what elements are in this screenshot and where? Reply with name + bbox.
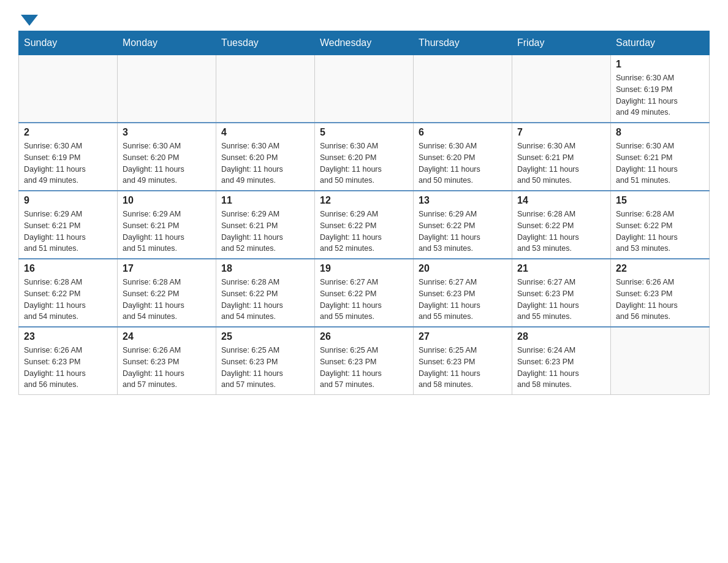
calendar-cell: 14Sunrise: 6:28 AM Sunset: 6:22 PM Dayli… <box>512 191 611 259</box>
calendar-cell <box>118 55 216 123</box>
day-number: 13 <box>419 195 507 206</box>
day-info: Sunrise: 6:30 AM Sunset: 6:20 PM Dayligh… <box>221 140 309 186</box>
calendar-cell: 19Sunrise: 6:27 AM Sunset: 6:22 PM Dayli… <box>315 259 414 327</box>
calendar-cell <box>315 55 414 123</box>
day-info: Sunrise: 6:28 AM Sunset: 6:22 PM Dayligh… <box>24 277 112 323</box>
day-header-friday: Friday <box>512 31 611 55</box>
calendar-cell: 18Sunrise: 6:28 AM Sunset: 6:22 PM Dayli… <box>216 259 315 327</box>
day-info: Sunrise: 6:29 AM Sunset: 6:21 PM Dayligh… <box>123 209 211 255</box>
day-number: 28 <box>517 331 605 342</box>
logo-arrow-icon <box>21 15 38 26</box>
day-info: Sunrise: 6:27 AM Sunset: 6:23 PM Dayligh… <box>517 277 605 323</box>
calendar-cell: 1Sunrise: 6:30 AM Sunset: 6:19 PM Daylig… <box>611 55 710 123</box>
day-number: 2 <box>24 127 112 138</box>
calendar-cell: 2Sunrise: 6:30 AM Sunset: 6:19 PM Daylig… <box>19 123 118 191</box>
calendar-cell: 10Sunrise: 6:29 AM Sunset: 6:21 PM Dayli… <box>118 191 216 259</box>
calendar-cell <box>19 55 118 123</box>
day-header-tuesday: Tuesday <box>216 31 315 55</box>
day-number: 14 <box>517 195 605 206</box>
day-number: 10 <box>123 195 211 206</box>
day-number: 9 <box>24 195 112 206</box>
calendar-cell: 20Sunrise: 6:27 AM Sunset: 6:23 PM Dayli… <box>414 259 512 327</box>
day-info: Sunrise: 6:27 AM Sunset: 6:22 PM Dayligh… <box>320 277 408 323</box>
day-number: 19 <box>320 263 408 274</box>
day-info: Sunrise: 6:30 AM Sunset: 6:20 PM Dayligh… <box>320 140 408 186</box>
day-number: 17 <box>123 263 211 274</box>
calendar-table: SundayMondayTuesdayWednesdayThursdayFrid… <box>18 31 710 395</box>
day-info: Sunrise: 6:27 AM Sunset: 6:23 PM Dayligh… <box>419 277 507 323</box>
day-number: 12 <box>320 195 408 206</box>
day-number: 25 <box>221 331 309 342</box>
calendar-week-row: 9Sunrise: 6:29 AM Sunset: 6:21 PM Daylig… <box>19 191 710 259</box>
calendar-cell: 23Sunrise: 6:26 AM Sunset: 6:23 PM Dayli… <box>19 327 118 395</box>
day-number: 27 <box>419 331 507 342</box>
calendar-week-row: 16Sunrise: 6:28 AM Sunset: 6:22 PM Dayli… <box>19 259 710 327</box>
day-number: 26 <box>320 331 408 342</box>
calendar-cell: 22Sunrise: 6:26 AM Sunset: 6:23 PM Dayli… <box>611 259 710 327</box>
calendar-cell: 27Sunrise: 6:25 AM Sunset: 6:23 PM Dayli… <box>414 327 512 395</box>
calendar-cell: 13Sunrise: 6:29 AM Sunset: 6:22 PM Dayli… <box>414 191 512 259</box>
day-number: 24 <box>123 331 211 342</box>
day-number: 7 <box>517 127 605 138</box>
calendar-cell: 16Sunrise: 6:28 AM Sunset: 6:22 PM Dayli… <box>19 259 118 327</box>
day-info: Sunrise: 6:26 AM Sunset: 6:23 PM Dayligh… <box>123 345 211 391</box>
day-info: Sunrise: 6:30 AM Sunset: 6:19 PM Dayligh… <box>616 72 704 118</box>
day-info: Sunrise: 6:25 AM Sunset: 6:23 PM Dayligh… <box>221 345 309 391</box>
day-number: 23 <box>24 331 112 342</box>
day-info: Sunrise: 6:30 AM Sunset: 6:21 PM Dayligh… <box>616 140 704 186</box>
day-number: 4 <box>221 127 309 138</box>
calendar-cell: 12Sunrise: 6:29 AM Sunset: 6:22 PM Dayli… <box>315 191 414 259</box>
calendar-cell <box>216 55 315 123</box>
day-header-sunday: Sunday <box>19 31 118 55</box>
calendar-week-row: 23Sunrise: 6:26 AM Sunset: 6:23 PM Dayli… <box>19 327 710 395</box>
day-info: Sunrise: 6:30 AM Sunset: 6:19 PM Dayligh… <box>24 140 112 186</box>
day-number: 21 <box>517 263 605 274</box>
page-header <box>18 12 710 25</box>
calendar-cell: 26Sunrise: 6:25 AM Sunset: 6:23 PM Dayli… <box>315 327 414 395</box>
calendar-cell: 4Sunrise: 6:30 AM Sunset: 6:20 PM Daylig… <box>216 123 315 191</box>
calendar-cell: 28Sunrise: 6:24 AM Sunset: 6:23 PM Dayli… <box>512 327 611 395</box>
day-number: 3 <box>123 127 211 138</box>
day-info: Sunrise: 6:28 AM Sunset: 6:22 PM Dayligh… <box>123 277 211 323</box>
day-number: 11 <box>221 195 309 206</box>
day-info: Sunrise: 6:25 AM Sunset: 6:23 PM Dayligh… <box>419 345 507 391</box>
day-number: 20 <box>419 263 507 274</box>
calendar-cell: 15Sunrise: 6:28 AM Sunset: 6:22 PM Dayli… <box>611 191 710 259</box>
day-number: 1 <box>616 59 704 70</box>
calendar-cell: 11Sunrise: 6:29 AM Sunset: 6:21 PM Dayli… <box>216 191 315 259</box>
logo <box>18 12 38 25</box>
calendar-cell <box>512 55 611 123</box>
day-info: Sunrise: 6:24 AM Sunset: 6:23 PM Dayligh… <box>517 345 605 391</box>
day-info: Sunrise: 6:26 AM Sunset: 6:23 PM Dayligh… <box>24 345 112 391</box>
calendar-cell: 7Sunrise: 6:30 AM Sunset: 6:21 PM Daylig… <box>512 123 611 191</box>
day-number: 8 <box>616 127 704 138</box>
calendar-week-row: 1Sunrise: 6:30 AM Sunset: 6:19 PM Daylig… <box>19 55 710 123</box>
day-number: 5 <box>320 127 408 138</box>
calendar-cell: 25Sunrise: 6:25 AM Sunset: 6:23 PM Dayli… <box>216 327 315 395</box>
day-info: Sunrise: 6:30 AM Sunset: 6:20 PM Dayligh… <box>123 140 211 186</box>
calendar-week-row: 2Sunrise: 6:30 AM Sunset: 6:19 PM Daylig… <box>19 123 710 191</box>
day-number: 6 <box>419 127 507 138</box>
calendar-cell <box>414 55 512 123</box>
day-info: Sunrise: 6:29 AM Sunset: 6:21 PM Dayligh… <box>221 209 309 255</box>
day-info: Sunrise: 6:29 AM Sunset: 6:22 PM Dayligh… <box>419 209 507 255</box>
day-info: Sunrise: 6:30 AM Sunset: 6:20 PM Dayligh… <box>419 140 507 186</box>
day-info: Sunrise: 6:26 AM Sunset: 6:23 PM Dayligh… <box>616 277 704 323</box>
day-info: Sunrise: 6:28 AM Sunset: 6:22 PM Dayligh… <box>221 277 309 323</box>
day-number: 15 <box>616 195 704 206</box>
day-info: Sunrise: 6:28 AM Sunset: 6:22 PM Dayligh… <box>517 209 605 255</box>
day-info: Sunrise: 6:25 AM Sunset: 6:23 PM Dayligh… <box>320 345 408 391</box>
calendar-cell: 17Sunrise: 6:28 AM Sunset: 6:22 PM Dayli… <box>118 259 216 327</box>
day-header-monday: Monday <box>118 31 216 55</box>
day-number: 16 <box>24 263 112 274</box>
calendar-cell: 21Sunrise: 6:27 AM Sunset: 6:23 PM Dayli… <box>512 259 611 327</box>
calendar-cell: 3Sunrise: 6:30 AM Sunset: 6:20 PM Daylig… <box>118 123 216 191</box>
day-number: 22 <box>616 263 704 274</box>
day-header-thursday: Thursday <box>414 31 512 55</box>
day-header-saturday: Saturday <box>611 31 710 55</box>
day-header-wednesday: Wednesday <box>315 31 414 55</box>
day-info: Sunrise: 6:30 AM Sunset: 6:21 PM Dayligh… <box>517 140 605 186</box>
calendar-cell: 6Sunrise: 6:30 AM Sunset: 6:20 PM Daylig… <box>414 123 512 191</box>
calendar-cell: 5Sunrise: 6:30 AM Sunset: 6:20 PM Daylig… <box>315 123 414 191</box>
day-info: Sunrise: 6:29 AM Sunset: 6:22 PM Dayligh… <box>320 209 408 255</box>
